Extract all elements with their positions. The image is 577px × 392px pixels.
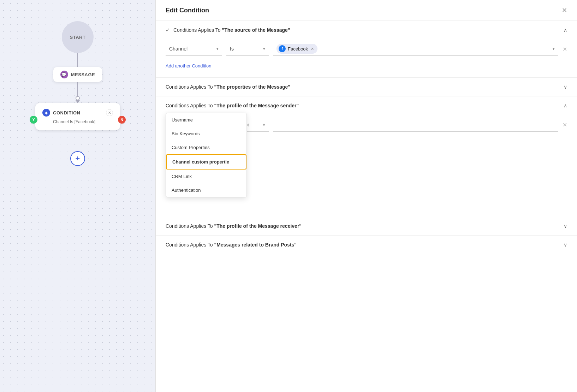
section-properties-header[interactable]: Conditions Applies To "The properties of…: [156, 78, 577, 96]
condition-close-button[interactable]: ✕: [106, 109, 113, 116]
profile-operator-chevron-icon: ▾: [263, 122, 265, 127]
section-source: ✓ Conditions Applies To "The source of t…: [156, 21, 577, 78]
condition-dropdown-menu: Username Bio Keywords Custom Properties …: [166, 113, 247, 197]
section-profile-content: Condition ▾ Operator ▾ ✕ Username: [156, 115, 577, 146]
panel-title: Edit Condition: [166, 7, 209, 14]
message-node[interactable]: 💬 MESSAGE: [53, 67, 102, 82]
chevron-profile: ∧: [564, 103, 567, 108]
value-chevron-icon: ▾: [553, 47, 555, 51]
channel-chevron-icon: ▾: [216, 47, 219, 51]
dropdown-item-channel-custom[interactable]: Channel custom propertie: [166, 154, 246, 170]
flow-nodes: START 💬 MESSAGE ◆ CONDITION ✕ Channel Is…: [35, 21, 120, 130]
dropdown-item-custom-properties[interactable]: Custom Properties: [166, 141, 246, 154]
condition-node[interactable]: ◆ CONDITION ✕ Channel Is [Facebook] Y N: [35, 103, 120, 130]
add-condition-link[interactable]: Add another Condition: [166, 63, 211, 69]
is-chevron-icon: ▾: [263, 47, 265, 51]
dropdown-item-bio-keywords[interactable]: Bio Keywords: [166, 127, 246, 141]
dropdown-item-authentication[interactable]: Authentication: [166, 183, 246, 197]
condition-icon: ◆: [42, 109, 50, 117]
connector-1: [77, 53, 78, 67]
is-select[interactable]: Is ▾: [226, 42, 269, 56]
section-properties-title: Conditions Applies To "The properties of…: [166, 84, 290, 90]
section-source-title: Conditions Applies To "The source of the…: [173, 27, 290, 33]
section-profile-title: Conditions Applies To "The profile of th…: [166, 103, 299, 108]
chevron-properties: ∨: [564, 84, 567, 90]
section-brand: Conditions Applies To "Messages related …: [156, 236, 577, 254]
dropdown-item-username[interactable]: Username: [166, 113, 246, 127]
no-badge: N: [118, 116, 126, 124]
condition-node-header: ◆ CONDITION ✕: [42, 109, 113, 117]
connector-2: [77, 82, 78, 96]
connector-circle: [76, 96, 80, 100]
section-receiver-header[interactable]: Conditions Applies To "The profile of th…: [156, 217, 577, 235]
edit-condition-panel: Edit Condition ✕ ✓ Conditions Applies To…: [155, 0, 577, 392]
value-select[interactable]: f Facebook ✕ ▾: [273, 42, 558, 56]
panel-header: Edit Condition ✕: [156, 0, 577, 21]
source-row-delete[interactable]: ✕: [563, 46, 567, 53]
panel-body: ✓ Conditions Applies To "The source of t…: [156, 21, 577, 392]
profile-value-field[interactable]: [273, 118, 558, 132]
section-brand-title: Conditions Applies To "Messages related …: [166, 242, 297, 248]
panel-close-button[interactable]: ✕: [562, 6, 567, 14]
source-condition-row: Channel ▾ Is ▾ f Facebook ✕ ▾: [166, 42, 567, 56]
channel-select[interactable]: Channel ▾: [166, 42, 222, 56]
section-source-header[interactable]: ✓ Conditions Applies To "The source of t…: [156, 21, 577, 39]
chevron-receiver: ∨: [564, 223, 567, 229]
facebook-tag: f Facebook ✕: [276, 44, 317, 54]
message-icon: 💬: [60, 71, 68, 78]
connector-arrow: [76, 100, 80, 103]
section-source-content: Channel ▾ Is ▾ f Facebook ✕ ▾: [156, 39, 577, 77]
facebook-tag-remove[interactable]: ✕: [311, 47, 314, 51]
dropdown-item-crm-link[interactable]: CRM Link: [166, 170, 246, 183]
add-node-button[interactable]: +: [70, 151, 85, 166]
section-brand-header[interactable]: Conditions Applies To "Messages related …: [156, 236, 577, 254]
condition-node-text: Channel Is [Facebook]: [42, 119, 113, 124]
check-icon-source: ✓: [166, 27, 170, 33]
chevron-source: ∧: [564, 27, 567, 33]
profile-row-delete[interactable]: ✕: [563, 121, 567, 128]
yes-badge: Y: [30, 116, 37, 124]
section-receiver-title: Conditions Applies To "The profile of th…: [166, 223, 302, 229]
flow-canvas: START 💬 MESSAGE ◆ CONDITION ✕ Channel Is…: [0, 0, 155, 392]
section-receiver: Conditions Applies To "The profile of th…: [156, 217, 577, 236]
facebook-icon: f: [279, 45, 286, 52]
start-node: START: [62, 21, 94, 53]
chevron-brand: ∨: [564, 242, 567, 248]
section-properties: Conditions Applies To "The properties of…: [156, 78, 577, 96]
section-profile: Conditions Applies To "The profile of th…: [156, 96, 577, 146]
section-profile-header[interactable]: Conditions Applies To "The profile of th…: [156, 96, 577, 115]
